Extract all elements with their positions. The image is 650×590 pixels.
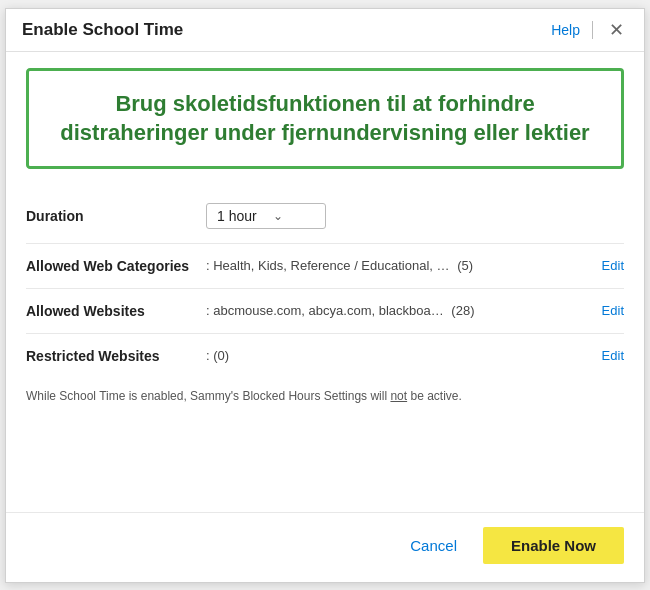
- allowed-web-categories-label: Allowed Web Categories: [26, 258, 206, 274]
- dialog-body: Brug skoletidsfunktionen til at forhindr…: [6, 52, 644, 512]
- restricted-websites-edit[interactable]: Edit: [602, 348, 624, 363]
- enable-now-button[interactable]: Enable Now: [483, 527, 624, 564]
- allowed-websites-edit[interactable]: Edit: [602, 303, 624, 318]
- duration-value: 1 hour: [217, 208, 257, 224]
- notice-text: While School Time is enabled, Sammy's Bl…: [26, 388, 624, 405]
- restricted-websites-row: Restricted Websites : (0) Edit: [26, 334, 624, 378]
- restricted-websites-value: : (0): [206, 348, 594, 363]
- chevron-down-icon: ⌄: [273, 209, 283, 223]
- promo-box: Brug skoletidsfunktionen til at forhindr…: [26, 68, 624, 169]
- settings-rows: Allowed Web Categories : Health, Kids, R…: [26, 244, 624, 378]
- allowed-websites-value: : abcmouse.com, abcya.com, blackboa… (28…: [206, 303, 594, 318]
- allowed-web-categories-edit[interactable]: Edit: [602, 258, 624, 273]
- duration-row: Duration 1 hour ⌄: [26, 189, 624, 244]
- restricted-websites-label: Restricted Websites: [26, 348, 206, 364]
- header-divider: [592, 21, 593, 39]
- help-link[interactable]: Help: [551, 22, 580, 38]
- duration-label: Duration: [26, 208, 206, 224]
- allowed-web-categories-value: : Health, Kids, Reference / Educational,…: [206, 258, 594, 273]
- dialog-header: Enable School Time Help ✕: [6, 9, 644, 52]
- close-button[interactable]: ✕: [605, 19, 628, 41]
- duration-select[interactable]: 1 hour ⌄: [206, 203, 326, 229]
- promo-text: Brug skoletidsfunktionen til at forhindr…: [53, 89, 597, 148]
- header-actions: Help ✕: [551, 19, 628, 41]
- dialog-footer: Cancel Enable Now: [6, 512, 644, 582]
- enable-school-time-dialog: Enable School Time Help ✕ Brug skoletids…: [5, 8, 645, 583]
- allowed-websites-label: Allowed Websites: [26, 303, 206, 319]
- allowed-websites-row: Allowed Websites : abcmouse.com, abcya.c…: [26, 289, 624, 334]
- dialog-title: Enable School Time: [22, 20, 183, 40]
- allowed-web-categories-row: Allowed Web Categories : Health, Kids, R…: [26, 244, 624, 289]
- cancel-button[interactable]: Cancel: [396, 531, 471, 560]
